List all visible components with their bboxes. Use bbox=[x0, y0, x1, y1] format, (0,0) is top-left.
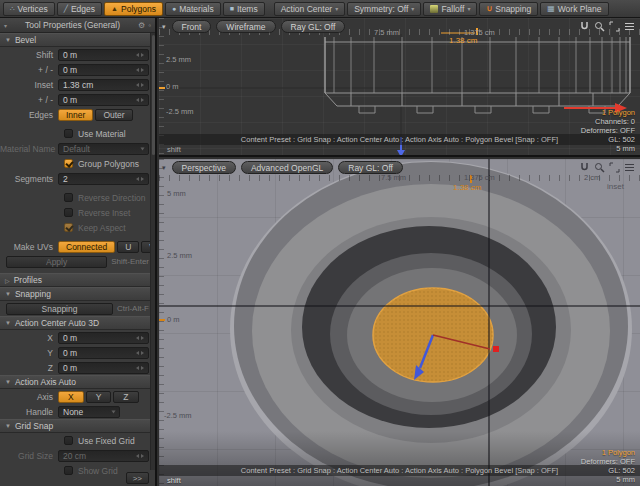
materials-icon: ● bbox=[172, 5, 176, 12]
section-action-axis[interactable]: ▼ Action Axis Auto bbox=[0, 375, 155, 389]
tab-polygons[interactable]: ▲ Polygons bbox=[104, 2, 163, 16]
segments-field[interactable]: 2 bbox=[58, 173, 149, 185]
raygl-button[interactable]: Ray GL: Off bbox=[338, 161, 403, 174]
viewport-controls bbox=[579, 21, 635, 32]
panel-collapse-icon[interactable]: ▾ bbox=[4, 22, 7, 29]
use-material-checkbox[interactable] bbox=[64, 129, 73, 138]
maximize-icon[interactable] bbox=[609, 21, 620, 32]
use-fixed-grid-checkbox[interactable] bbox=[64, 436, 73, 445]
edges-outer-button[interactable]: Outer bbox=[95, 109, 132, 121]
panel-expand-button[interactable]: >> bbox=[126, 472, 149, 484]
axis-z-button[interactable]: Z bbox=[113, 391, 138, 403]
field-spinner-icon[interactable] bbox=[136, 68, 144, 72]
panel-header[interactable]: ▾ Tool Properties (General) ⚙ ◦ bbox=[0, 18, 155, 33]
work-plane-menu[interactable]: ▦ Work Plane bbox=[540, 2, 608, 16]
keep-aspect-checkbox[interactable] bbox=[64, 223, 73, 232]
action-center-y-field[interactable]: 0 m bbox=[58, 347, 149, 359]
view-type-button[interactable]: Perspective bbox=[172, 161, 236, 174]
snap-magnet-icon[interactable] bbox=[579, 162, 590, 173]
viewport-options-icon[interactable] bbox=[624, 162, 635, 173]
reverse-direction-label: Reverse Direction bbox=[78, 193, 146, 203]
perspective-canvas[interactable] bbox=[159, 159, 640, 486]
edges-icon: ╱ bbox=[64, 5, 68, 12]
tab-materials[interactable]: ● Materials bbox=[165, 2, 221, 16]
tab-vertices[interactable]: ∴ Vertices bbox=[3, 2, 55, 16]
field-spinner-icon[interactable] bbox=[136, 366, 144, 370]
shift-value: 0 m bbox=[63, 50, 77, 60]
material-name-dropdown[interactable]: Default bbox=[58, 143, 149, 155]
falloff-icon bbox=[430, 5, 438, 13]
raygl-button[interactable]: Ray GL: Off bbox=[281, 20, 346, 33]
reverse-inset-checkbox[interactable] bbox=[64, 208, 73, 217]
tool-status-text: Content Preset : Grid Snap : Action Cent… bbox=[241, 135, 558, 144]
scrollbar-thumb[interactable] bbox=[152, 35, 155, 155]
shading-mode-button[interactable]: Wireframe bbox=[216, 20, 275, 33]
work-plane-label: Work Plane bbox=[558, 4, 602, 14]
tab-edges-label: Edges bbox=[71, 4, 95, 14]
action-center-menu[interactable]: Action Center ▾ bbox=[274, 2, 346, 16]
zoom-icon[interactable] bbox=[594, 162, 605, 173]
panel-scrollbar[interactable] bbox=[150, 33, 155, 470]
action-center-z-field[interactable]: 0 m bbox=[58, 362, 149, 374]
group-polygons-label: Group Polygons bbox=[78, 159, 139, 169]
make-uvs-connected-button[interactable]: Connected bbox=[58, 241, 115, 253]
snapping-button[interactable]: Snapping bbox=[6, 303, 113, 315]
action-center-x-field[interactable]: 0 m bbox=[58, 332, 149, 344]
pin-icon[interactable]: ◦ bbox=[148, 21, 151, 30]
group-polygons-checkbox[interactable] bbox=[64, 159, 73, 168]
viewport-menu-icon[interactable]: ▾ bbox=[162, 23, 166, 31]
grid-size-field[interactable]: 20 cm bbox=[58, 450, 149, 462]
action-center-z-row: Z 0 m bbox=[0, 360, 155, 375]
apply-button[interactable]: Apply bbox=[6, 256, 107, 268]
keep-aspect-row: Keep Aspect bbox=[0, 220, 155, 235]
section-bevel[interactable]: ▼ Bevel bbox=[0, 33, 155, 47]
symmetry-menu[interactable]: Symmetry: Off ▾ bbox=[347, 2, 421, 16]
section-grid-snap[interactable]: ▼ Grid Snap bbox=[0, 419, 155, 433]
shading-mode-button[interactable]: Advanced OpenGL bbox=[241, 161, 333, 174]
maximize-icon[interactable] bbox=[609, 162, 620, 173]
field-spinner-icon[interactable] bbox=[136, 454, 144, 458]
perspective-viewport[interactable]: 7.5 mm 1.375 cm 2 cm 5 mm 2.5 mm 0 m -2.… bbox=[159, 159, 640, 486]
y-value: 0 m bbox=[63, 348, 77, 358]
shift-delta-field[interactable]: 0 m bbox=[58, 64, 149, 76]
action-center-label: Action Center bbox=[281, 4, 333, 14]
snapping-row: Snapping Ctrl-Alt-F bbox=[0, 301, 155, 316]
shift-field[interactable]: 0 m bbox=[58, 49, 149, 61]
inset-field[interactable]: 1.38 cm bbox=[58, 79, 149, 91]
section-snapping[interactable]: ▼ Snapping bbox=[0, 287, 155, 301]
view-type-button[interactable]: Front bbox=[172, 20, 212, 33]
field-spinner-icon[interactable] bbox=[136, 83, 144, 87]
axis-x-button[interactable]: X bbox=[58, 391, 84, 403]
field-spinner-icon[interactable] bbox=[136, 351, 144, 355]
inset-delta-field[interactable]: 0 m bbox=[58, 94, 149, 106]
handle-dropdown[interactable]: None bbox=[58, 406, 120, 418]
shift-delta-label: + / - bbox=[0, 65, 58, 75]
gear-icon[interactable]: ⚙ bbox=[138, 21, 145, 30]
snapping-menu[interactable]: ∪ Snapping bbox=[479, 2, 538, 16]
show-grid-checkbox[interactable] bbox=[64, 466, 73, 475]
tab-items[interactable]: ■ Items bbox=[223, 2, 265, 16]
section-action-center[interactable]: ▼ Action Center Auto 3D bbox=[0, 316, 155, 330]
field-spinner-icon[interactable] bbox=[136, 177, 144, 181]
field-spinner-icon[interactable] bbox=[136, 98, 144, 102]
falloff-menu[interactable]: Falloff ▾ bbox=[423, 2, 477, 16]
make-uvs-u-button[interactable]: U bbox=[117, 241, 139, 253]
field-spinner-icon[interactable] bbox=[136, 336, 144, 340]
section-profiles[interactable]: ▷ Profiles bbox=[0, 273, 155, 287]
edges-inner-button[interactable]: Inner bbox=[58, 109, 93, 121]
ruler-label: 1.375 cm bbox=[464, 173, 495, 182]
viewport-options-icon[interactable] bbox=[624, 21, 635, 32]
axis-y-button[interactable]: Y bbox=[86, 391, 112, 403]
front-viewport[interactable]: 7.5 mm 1.375 cm 2.5 mm 0 m -2.5 mm 1.38 … bbox=[159, 18, 640, 157]
tab-edges[interactable]: ╱ Edges bbox=[57, 2, 102, 16]
reverse-direction-checkbox[interactable] bbox=[64, 193, 73, 202]
field-spinner-icon[interactable] bbox=[136, 53, 144, 57]
expand-triangle-icon: ▼ bbox=[5, 423, 11, 429]
grid-scale: 5 mm bbox=[581, 144, 635, 153]
tool-status-bar: Content Preset : Grid Snap : Action Cent… bbox=[159, 465, 640, 476]
viewport-menu-icon[interactable]: ▾ bbox=[162, 164, 166, 172]
segments-value: 2 bbox=[63, 174, 68, 184]
snap-magnet-icon[interactable] bbox=[579, 21, 590, 32]
section-action-center-label: Action Center Auto 3D bbox=[15, 318, 99, 328]
zoom-icon[interactable] bbox=[594, 21, 605, 32]
